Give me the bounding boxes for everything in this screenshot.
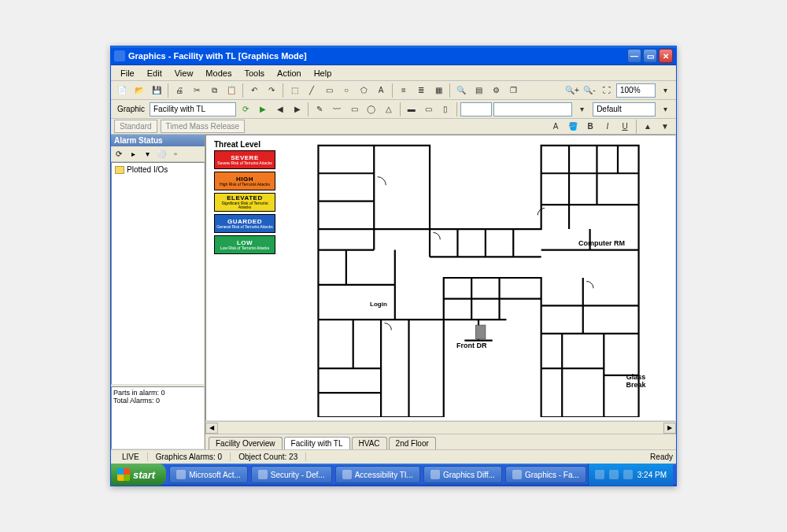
new-button[interactable]: 📄 [114,83,130,98]
menu-edit[interactable]: Edit [141,67,168,79]
window-button[interactable]: ❐ [505,83,521,98]
tab-2nd-floor[interactable]: 2nd Floor [389,437,436,449]
sidebar-collapse-icon[interactable]: ▾ [141,148,153,161]
alarm-parts-count: Parts in alarm: 0 [113,389,202,397]
play-button[interactable]: ▶ [255,102,271,117]
chevron-down-icon[interactable]: ▾ [574,102,589,117]
draw-tool-4[interactable]: ◯ [364,102,379,117]
titlebar[interactable]: Graphics - Facility with TL [Graphics Mo… [111,46,676,65]
chevron-down-icon[interactable]: ▾ [657,83,673,98]
sidebar-refresh-icon[interactable]: ⟳ [113,148,125,161]
draw-tool-1[interactable]: ✎ [312,102,327,117]
nav-back-button[interactable]: ◀ [272,102,288,117]
tool-select[interactable]: ⬚ [286,83,302,98]
font-color-button[interactable]: A [548,119,563,135]
io-tree[interactable]: Plotted I/Os [111,162,205,385]
tray-icon[interactable] [623,470,633,479]
maximize-button[interactable]: ▭ [643,49,657,63]
taskbar-item-3[interactable]: Accessibility TI... [335,466,420,483]
save-button[interactable]: 💾 [149,83,164,98]
draw-tool-3[interactable]: ▭ [346,102,362,117]
arrange-back-button[interactable]: ▼ [657,119,673,135]
sidebar-settings-icon[interactable]: ▫ [169,148,182,161]
taskbar-item-2[interactable]: Security - Def... [251,466,332,483]
app-icon [342,470,352,479]
zoom-in-button[interactable]: 🔍+ [564,83,580,98]
tray-icon[interactable] [595,470,604,479]
tree-root-item[interactable]: Plotted I/Os [113,164,202,175]
italic-button[interactable]: I [600,119,615,135]
properties-button[interactable]: ⚙ [488,83,504,98]
font-combo[interactable] [493,102,572,116]
menu-tools[interactable]: Tools [238,67,271,79]
draw-tool-5[interactable]: △ [381,102,397,117]
status-ready: Ready [650,453,673,461]
zoom-fit-button[interactable]: ⛶ [599,83,615,98]
search-icon[interactable]: 🔍 [453,83,469,98]
zoom-out-button[interactable]: 🔍- [582,83,597,98]
start-button[interactable]: start [111,464,166,486]
draw-tool-2[interactable]: 〰 [329,102,345,117]
zoom-combo[interactable]: 100% [616,83,656,98]
tab-facility-with-tl[interactable]: Facility with TL [284,437,350,449]
tab-hvac[interactable]: HVAC [352,437,387,449]
tool-polygon[interactable]: ⬠ [356,83,371,98]
system-tray[interactable]: 3:24 PM [588,464,673,486]
graphic-name-combo[interactable]: Facility with TL [150,102,236,116]
format-tool-3[interactable]: ▯ [438,102,453,117]
open-button[interactable]: 📂 [131,83,147,98]
align-left-button[interactable]: ≡ [396,83,412,98]
menu-file[interactable]: File [114,67,141,79]
threat-level-guarded[interactable]: GUARDEDGeneral Risk of Terrorist Attacks [214,214,275,233]
scroll-right-button[interactable]: ▶ [663,423,676,434]
undo-button[interactable]: ↶ [246,83,262,98]
canvas[interactable]: Threat Level SEVERESevere Risk of Terror… [205,135,676,421]
redo-button[interactable]: ↷ [264,83,279,98]
tray-icon[interactable] [609,470,619,479]
cut-button[interactable]: ✂ [189,83,205,98]
mode-tab-timed-release[interactable]: Timed Mass Release [161,120,246,133]
copy-button[interactable]: ⧉ [206,83,222,98]
menu-action[interactable]: Action [271,67,308,79]
alarm-filter-combo[interactable]: Default [593,102,656,116]
font-size-combo[interactable] [460,102,492,116]
tool-circle[interactable]: ○ [338,83,354,98]
scroll-left-button[interactable]: ◀ [205,423,218,434]
menu-help[interactable]: Help [308,67,338,79]
bold-button[interactable]: B [582,119,598,135]
menu-view[interactable]: View [168,67,200,79]
taskbar-item-5[interactable]: Graphics - Fa... [505,466,586,483]
taskbar-item-4[interactable]: Graphics Diff... [423,466,502,483]
paste-button[interactable]: 📋 [224,83,239,98]
taskbar-item-1[interactable]: Microsoft Act... [169,466,248,483]
minimize-button[interactable]: — [627,49,641,63]
menu-modes[interactable]: Modes [199,67,238,79]
sidebar-filter-icon[interactable]: ⚪ [155,148,168,161]
front-door-sensor[interactable] [475,325,485,339]
tab-facility-overview[interactable]: Facility Overview [209,437,283,449]
threat-level-high[interactable]: HIGHHigh Risk of Terrorist Attacks [214,172,275,190]
fill-color-button[interactable]: 🪣 [565,119,581,135]
threat-level-severe[interactable]: SEVERESevere Risk of Terrorist Attacks [214,150,275,169]
mode-tab-standard[interactable]: Standard [114,120,157,133]
nav-forward-button[interactable]: ▶ [290,102,305,117]
layers-button[interactable]: ▤ [471,83,486,98]
threat-level-elevated[interactable]: ELEVATEDSignificant Risk of Terrorist At… [214,193,275,212]
horizontal-scrollbar[interactable]: ◀ ▶ [205,421,676,434]
format-tool-1[interactable]: ▬ [404,102,419,117]
chevron-down-icon[interactable]: ▾ [657,102,673,117]
tool-rect[interactable]: ▭ [321,83,337,98]
grid-button[interactable]: ▦ [430,83,446,98]
threat-level-low[interactable]: LOWLow Risk of Terrorist Attacks [214,235,275,254]
format-tool-2[interactable]: ▭ [421,102,437,117]
sidebar-expand-icon[interactable]: ▸ [127,148,139,161]
align-center-button[interactable]: ≣ [413,83,429,98]
tool-line[interactable]: ╱ [304,83,320,98]
tool-text[interactable]: A [373,83,389,98]
print-button[interactable]: 🖨 [172,83,187,98]
arrange-front-button[interactable]: ▲ [640,119,656,135]
refresh-button[interactable]: ⟳ [238,102,253,117]
close-button[interactable]: ✕ [659,49,673,63]
underline-button[interactable]: U [617,119,633,135]
clock[interactable]: 3:24 PM [637,471,667,479]
